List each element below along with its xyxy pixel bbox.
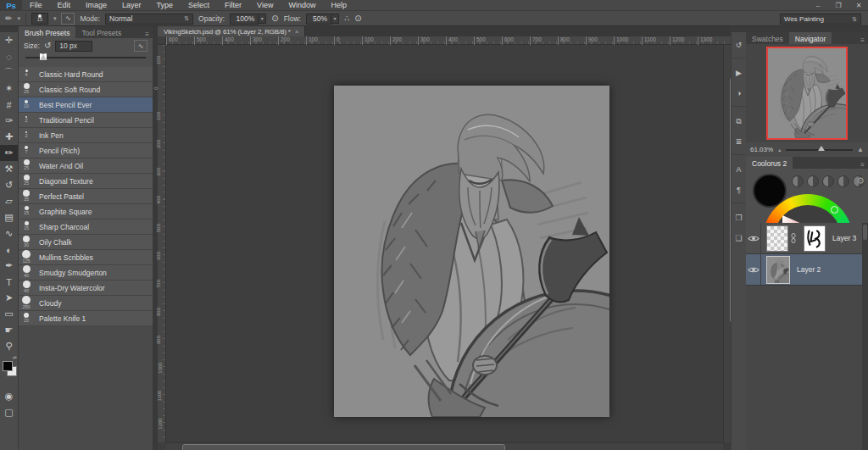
- eyedropper-tool[interactable]: ✑: [0, 113, 18, 129]
- opacity-control[interactable]: 100% ▾: [230, 14, 266, 25]
- reset-size-icon[interactable]: ↺: [44, 42, 51, 50]
- brush-classic-soft-round[interactable]: 25Classic Soft Round: [19, 82, 153, 97]
- menu-filter[interactable]: Filter: [217, 1, 249, 9]
- zoom-out-icon[interactable]: ▲: [777, 147, 782, 153]
- current-color-swatch[interactable]: [754, 175, 785, 206]
- zoom-tool[interactable]: ⚲: [0, 338, 18, 354]
- brush-tool-caret-icon[interactable]: ▾: [17, 15, 20, 22]
- smudge-tool[interactable]: ∿: [0, 225, 18, 242]
- styles-panel-icon[interactable]: ◑: [732, 83, 746, 103]
- menu-layer[interactable]: Layer: [114, 1, 149, 9]
- tab-brush-presets[interactable]: Brush Presets: [19, 26, 75, 38]
- tool-presets-panel-icon[interactable]: ≣: [732, 131, 746, 152]
- menu-select[interactable]: Select: [181, 1, 217, 9]
- pressure-opacity-icon[interactable]: ⊙: [271, 14, 278, 23]
- tools-panel-collapse[interactable]: [0, 26, 18, 32]
- actions-panel-icon[interactable]: ▶: [732, 63, 746, 83]
- crop-tool[interactable]: #: [0, 97, 18, 113]
- clone-source-panel-icon[interactable]: ⧉: [732, 111, 746, 131]
- airbrush-icon[interactable]: ∴: [344, 14, 349, 23]
- swap-colors-icon[interactable]: ⇄: [13, 354, 17, 360]
- quick-mask-button[interactable]: ◉: [0, 388, 18, 404]
- tab-coolorus[interactable]: Coolorus 2: [746, 157, 793, 169]
- brush-cloudy[interactable]: 250Cloudy: [19, 296, 153, 311]
- notes-panel-icon[interactable]: ❏: [732, 228, 746, 248]
- rail-collapse[interactable]: [732, 26, 746, 32]
- brush-tool[interactable]: ✏: [0, 145, 18, 161]
- flow-dropdown-icon[interactable]: ▾: [331, 14, 339, 24]
- shape-tool[interactable]: ▭: [0, 306, 18, 322]
- brush-classic-hard-round[interactable]: 4Classic Hard Round: [19, 67, 153, 82]
- foreground-color-swatch[interactable]: [3, 361, 13, 371]
- menu-edit[interactable]: Edit: [50, 1, 79, 9]
- brush-sharp-charcoal[interactable]: 15Sharp Charcoal: [19, 219, 153, 235]
- brush-tool-icon[interactable]: ✏: [5, 14, 12, 23]
- menu-window[interactable]: Window: [281, 1, 323, 9]
- brush-water-and-oil[interactable]: 25Water And Oil: [19, 158, 153, 174]
- zoom-in-icon[interactable]: ▲: [857, 146, 864, 153]
- mask-link-icon[interactable]: [788, 233, 798, 243]
- brush-ink-pen[interactable]: 2Ink Pen: [19, 128, 153, 143]
- lasso-tool[interactable]: ⌒: [0, 64, 18, 81]
- layer-mask-thumbnail[interactable]: [804, 225, 826, 252]
- brush-insta-dry-watercolor[interactable]: 40Insta-Dry Watercolor: [19, 281, 153, 296]
- gradient-tool[interactable]: ▤: [0, 209, 18, 225]
- mode-select[interactable]: Normal ⇅: [105, 14, 193, 25]
- menu-help[interactable]: Help: [323, 1, 354, 9]
- layer-row-layer-2[interactable]: Layer 2: [746, 254, 868, 286]
- toggle-brush-panel-icon[interactable]: ∿: [61, 13, 75, 25]
- bristle-preview-toggle-icon[interactable]: ∿: [134, 40, 147, 52]
- move-tool[interactable]: ✛: [0, 32, 18, 48]
- document-tab[interactable]: VikingSketch.psd @ 61% (Layer 2, RGB/8) …: [158, 26, 305, 36]
- brush-best-pencil-ever[interactable]: 10Best Pencil Ever: [19, 97, 153, 113]
- coolorus-knob[interactable]: [822, 175, 834, 187]
- history-panel-icon[interactable]: ↺: [732, 35, 746, 55]
- canvas[interactable]: [334, 86, 609, 417]
- dodge-tool[interactable]: ◐: [0, 242, 18, 258]
- tab-swatches[interactable]: Swatches: [746, 32, 789, 44]
- menu-file[interactable]: File: [22, 1, 50, 9]
- tab-tool-presets[interactable]: Tool Presets: [75, 26, 127, 38]
- hand-tool[interactable]: ☛: [0, 322, 18, 338]
- layer-thumbnail[interactable]: [766, 256, 790, 284]
- zoom-percentage[interactable]: 61.03%: [750, 146, 773, 153]
- minimize-button[interactable]: –: [809, 0, 827, 11]
- libraries-panel-icon[interactable]: ❐: [732, 208, 746, 228]
- brush-traditional-pencil[interactable]: 2Traditional Pencil: [19, 113, 153, 128]
- layer-thumbnail[interactable]: [766, 225, 788, 252]
- healing-brush-tool[interactable]: ✚: [0, 129, 18, 145]
- clone-stamp-tool[interactable]: ⚒: [0, 161, 18, 177]
- brush-pencil-rich-[interactable]: 7Pencil (Rich): [19, 143, 153, 158]
- brush-smudgy-smudgerton[interactable]: 40Smudgy Smudgerton: [19, 265, 153, 281]
- history-brush-tool[interactable]: ↺: [0, 177, 18, 193]
- flow-control[interactable]: 50% ▾: [306, 14, 339, 25]
- eraser-tool[interactable]: ▱: [0, 193, 18, 209]
- magic-wand-tool[interactable]: ✶: [0, 81, 18, 97]
- ruler-origin[interactable]: [158, 36, 166, 45]
- brush-preset-picker[interactable]: 10: [31, 13, 48, 25]
- brush-palette-knife-1[interactable]: 20Palette Knife 1: [19, 311, 153, 326]
- coolorus-knob[interactable]: [837, 175, 849, 187]
- tab-navigator[interactable]: Navigator: [789, 32, 832, 44]
- brush-diagonal-texture[interactable]: 25Diagonal Texture: [19, 174, 153, 189]
- horizontal-scrollbar[interactable]: [166, 442, 723, 450]
- paragraph-panel-icon[interactable]: ¶: [732, 180, 746, 200]
- type-tool[interactable]: T: [0, 274, 18, 290]
- brush-size-slider[interactable]: [25, 53, 146, 62]
- panel-menu-icon[interactable]: ≡: [857, 161, 868, 169]
- panel-menu-icon[interactable]: ≡: [142, 31, 153, 38]
- character-panel-icon[interactable]: A: [732, 159, 746, 180]
- horizontal-ruler[interactable]: 6005004003002001000100200300400500600700…: [158, 36, 731, 45]
- panel-group-header[interactable]: [746, 26, 868, 32]
- opacity-dropdown-icon[interactable]: ▾: [259, 14, 266, 24]
- menu-type[interactable]: Type: [149, 1, 181, 9]
- close-button[interactable]: ✕: [849, 0, 868, 11]
- brush-graphite-square[interactable]: 15Graphite Square: [19, 204, 153, 219]
- pressure-size-icon[interactable]: ⊙: [354, 14, 361, 23]
- layer-row-layer-3[interactable]: Layer 3: [746, 223, 868, 254]
- brush-preset-caret-icon[interactable]: ▾: [53, 15, 57, 22]
- vertical-ruler[interactable]: 1000100200300400500600700800900100011001…: [158, 45, 166, 442]
- marquee-tool[interactable]: ◌: [0, 48, 18, 64]
- restore-button[interactable]: ❐: [829, 0, 848, 11]
- layers-scrollbar[interactable]: [862, 223, 868, 450]
